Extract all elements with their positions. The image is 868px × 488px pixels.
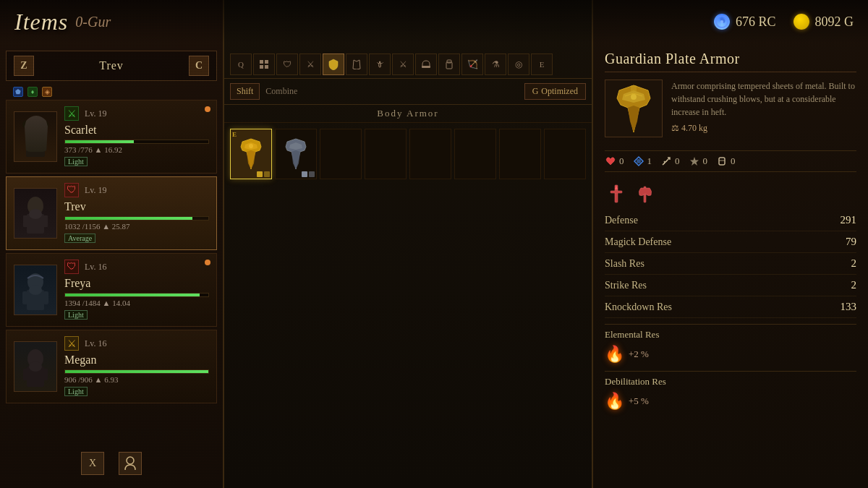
resist-icon-axe xyxy=(634,182,657,205)
party-member-trev[interactable]: 🛡 Lv. 19 Trev 1032 /1156 ▲ 25.87 Average xyxy=(6,176,217,250)
tab-ring[interactable]: ◎ xyxy=(508,53,529,75)
name-scarlet: Scarlet xyxy=(64,124,209,137)
gold-amount: 8092 G xyxy=(815,14,854,30)
rc-currency: 676 RC xyxy=(714,14,776,30)
category-tabs: Q 🛡 ⚔ 🗡 ⚔ 🏹 ⚗ ◎ E xyxy=(224,51,592,79)
gold-currency: 8092 G xyxy=(793,14,854,30)
svg-rect-8 xyxy=(23,215,27,227)
combine-label: Combine xyxy=(265,86,518,97)
equip-type-trev: Average xyxy=(64,234,95,243)
item-icon-2 xyxy=(280,136,312,172)
hp-bar-scarlet: 373 /776 ▲ 16.92 xyxy=(64,140,209,154)
shift-button[interactable]: Shift xyxy=(230,83,260,100)
equip-type-freya: Light xyxy=(64,310,88,320)
hp-text-megan: 906 /906 ▲ 6.93 xyxy=(64,375,209,384)
class-icon-trev: 🛡 xyxy=(64,183,79,197)
item-slot-2[interactable] xyxy=(275,129,317,179)
hp-text-scarlet: 373 /776 ▲ 16.92 xyxy=(64,145,209,154)
item-slot-1[interactable]: E xyxy=(230,129,272,179)
tab-bow[interactable]: 🏹 xyxy=(461,53,483,75)
stat-stamina-val: 1 xyxy=(647,155,652,167)
page-title: Items xyxy=(14,9,68,35)
class-icon-scarlet: ⚔ xyxy=(64,106,79,121)
status-icon-orange: ◈ xyxy=(42,87,52,97)
svg-rect-30 xyxy=(631,85,637,91)
tab-knife[interactable]: 🗡 xyxy=(369,53,391,75)
party-member-freya[interactable]: 🛡 Lv. 16 Freya 1394 /1484 ▲ 14.04 Light xyxy=(6,253,217,327)
tab-potion[interactable]: ⚗ xyxy=(485,53,506,75)
rc-icon xyxy=(714,14,730,30)
gold-icon xyxy=(793,14,809,30)
debilitation-icon-row: 🔥 +5 % xyxy=(605,392,856,411)
member-info-megan: ⚔ Lv. 16 Megan 906 /906 ▲ 6.93 Light xyxy=(57,336,209,397)
bottom-actions: X xyxy=(0,446,223,481)
item-icon-1 xyxy=(235,136,267,172)
tab-q[interactable]: Q xyxy=(230,53,252,75)
member-info-freya: 🛡 Lv. 16 Freya 1394 /1484 ▲ 14.04 Light xyxy=(57,260,209,320)
item-name-header: Guardian Plate Armor xyxy=(605,51,856,72)
status-icon-blue: ⬟ xyxy=(13,87,23,97)
item-slot-6[interactable] xyxy=(454,129,496,179)
party-member-megan[interactable]: ⚔ Lv. 16 Megan 906 /906 ▲ 6.93 Light xyxy=(6,330,217,403)
elemental-fire-icon: 🔥 xyxy=(605,345,624,364)
debilitation-res-value: +5 % xyxy=(629,395,649,407)
member-level-name-freya: 🛡 Lv. 16 xyxy=(64,260,209,274)
optimized-label: Optimized xyxy=(541,86,578,97)
tab-grid[interactable] xyxy=(253,53,275,75)
tab-gauntlet[interactable] xyxy=(438,53,460,75)
item-slot-8[interactable] xyxy=(544,129,586,179)
action-character-button[interactable] xyxy=(119,452,142,475)
svg-rect-3 xyxy=(26,137,45,157)
member-status-icons: ⬟ ♦ ◈ xyxy=(0,87,223,97)
svg-point-28 xyxy=(249,144,253,148)
stat-health-val: 0 xyxy=(619,155,624,167)
hp-bar-freya: 1394 /1484 ▲ 14.04 xyxy=(64,293,209,307)
g-label: G xyxy=(532,86,539,97)
tab-sword[interactable]: ⚔ xyxy=(299,53,321,75)
item-slot-4[interactable] xyxy=(365,129,407,179)
party-member-scarlet[interactable]: ⚔ Lv. 19 Scarlet 373 /776 ▲ 16.92 Light xyxy=(6,100,217,174)
filter-bar: Shift Combine G Optimized xyxy=(224,79,592,105)
stat-row-strike-res: Strike Res 2 xyxy=(605,275,856,296)
item-slot-3[interactable] xyxy=(320,129,362,179)
item-large-icon xyxy=(605,80,663,137)
level-trev: Lv. 19 xyxy=(85,185,107,196)
optimized-button[interactable]: G Optimized xyxy=(524,83,586,100)
action-x-button[interactable]: X xyxy=(81,452,104,475)
slash-res-label: Slash Res xyxy=(605,258,644,270)
tab-sword2[interactable]: ⚔ xyxy=(392,53,414,75)
magick-defense-value: 79 xyxy=(846,236,856,248)
name-freya: Freya xyxy=(64,277,209,290)
stat-row-defense: Defense 291 xyxy=(605,210,856,231)
equip-type-scarlet: Light xyxy=(64,157,88,166)
tab-armor[interactable] xyxy=(323,53,344,75)
svg-point-12 xyxy=(29,285,42,295)
tab-helmet[interactable] xyxy=(415,53,437,75)
status-icon-green: ♦ xyxy=(27,87,38,97)
tab-cloak[interactable] xyxy=(346,53,367,75)
stat-icons-row: 0 1 0 0 0 xyxy=(605,150,856,172)
item-slot-7[interactable] xyxy=(499,129,541,179)
svg-point-17 xyxy=(29,361,42,372)
tab-e[interactable]: E xyxy=(531,53,553,75)
hp-bar-trev: 1032 /1156 ▲ 25.87 xyxy=(64,216,209,231)
magick-defense-label: Magick Defense xyxy=(605,236,671,248)
name-megan: Megan xyxy=(64,354,209,367)
level-megan: Lv. 16 xyxy=(85,338,107,349)
svg-point-1 xyxy=(720,20,723,23)
svg-rect-19 xyxy=(43,369,48,380)
item-preview-row: Armor comprising tempered sheets of meta… xyxy=(605,80,856,137)
stat-defense-icon: 0 xyxy=(716,155,736,167)
nav-right-button[interactable]: C xyxy=(189,56,209,76)
elemental-res-label: Elemental Res xyxy=(605,329,856,341)
svg-point-29 xyxy=(631,94,637,100)
item-slot-5[interactable] xyxy=(409,129,451,179)
stat-defense-icon-val: 0 xyxy=(731,155,736,167)
tab-shield[interactable]: 🛡 xyxy=(276,53,298,75)
page-subtitle: 0-Gur xyxy=(75,14,111,30)
hp-text-freya: 1394 /1484 ▲ 14.04 xyxy=(64,299,209,307)
stat-rows: Defense 291 Magick Defense 79 Slash Res … xyxy=(605,210,856,476)
svg-rect-34 xyxy=(610,191,622,193)
member-level-name-scarlet: ⚔ Lv. 19 xyxy=(64,106,209,121)
nav-left-button[interactable]: Z xyxy=(14,56,34,76)
